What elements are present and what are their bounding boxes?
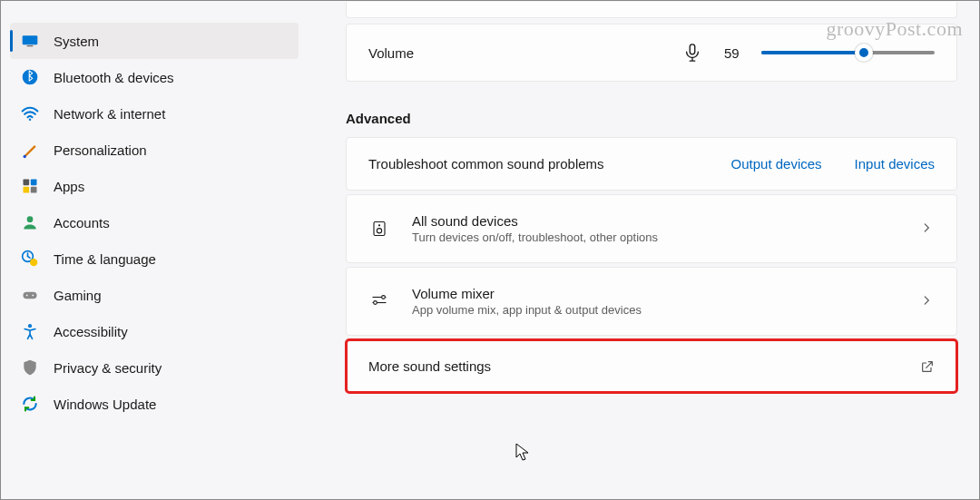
watermark: groovyPost.com <box>826 17 963 41</box>
troubleshoot-title: Troubleshoot common sound problems <box>368 156 731 172</box>
display-icon <box>21 32 39 50</box>
clock-globe-icon <box>21 250 39 268</box>
svg-rect-16 <box>690 44 695 54</box>
sidebar-item-label: Gaming <box>54 288 102 303</box>
sidebar-item-privacy[interactable]: Privacy & security <box>10 349 299 386</box>
sidebar-item-apps[interactable]: Apps <box>10 168 299 204</box>
slider-thumb[interactable] <box>855 44 873 62</box>
sidebar-item-label: Windows Update <box>54 397 156 412</box>
troubleshoot-row: Troubleshoot common sound problems Outpu… <box>346 137 957 191</box>
svg-point-18 <box>378 224 380 226</box>
sidebar-item-label: Network & internet <box>54 106 165 122</box>
sidebar-item-label: Privacy & security <box>54 360 162 376</box>
svg-point-11 <box>30 259 37 266</box>
volume-value: 59 <box>724 45 740 61</box>
sidebar-item-accessibility[interactable]: Accessibility <box>10 313 299 349</box>
sidebar-item-label: Time & language <box>54 251 156 267</box>
wifi-icon <box>21 104 39 123</box>
person-icon <box>21 213 39 231</box>
shield-icon <box>21 358 39 377</box>
main-content: Volume 59 Advanced Troubleshoot common s… <box>309 1 979 499</box>
volume-slider[interactable] <box>761 51 935 54</box>
chevron-right-icon <box>920 294 935 309</box>
svg-rect-6 <box>31 180 37 186</box>
svg-point-13 <box>26 295 28 297</box>
sidebar-item-bluetooth[interactable]: Bluetooth & devices <box>10 59 299 95</box>
svg-point-15 <box>28 324 32 328</box>
mixer-icon <box>368 290 390 312</box>
sidebar-item-system[interactable]: System <box>10 23 299 59</box>
more-sound-title: More sound settings <box>368 358 920 374</box>
input-devices-link[interactable]: Input devices <box>855 156 935 172</box>
svg-point-4 <box>24 155 26 158</box>
svg-rect-5 <box>24 180 30 186</box>
all-devices-subtitle: Turn devices on/off, troubleshoot, other… <box>412 230 920 244</box>
svg-point-9 <box>27 216 34 222</box>
sidebar-item-gaming[interactable]: Gaming <box>10 277 299 313</box>
truncated-prior-card <box>346 2 957 18</box>
more-sound-settings-row[interactable]: More sound settings <box>346 339 957 393</box>
slider-fill <box>761 51 864 54</box>
sidebar-item-accounts[interactable]: Accounts <box>10 204 299 240</box>
apps-icon <box>21 177 39 195</box>
sidebar-item-label: Bluetooth & devices <box>54 70 174 85</box>
sidebar-item-label: Accounts <box>54 215 110 230</box>
section-advanced-title: Advanced <box>346 111 957 126</box>
volume-mixer-row[interactable]: Volume mixer App volume mix, app input &… <box>346 267 957 336</box>
sidebar-item-label: Personalization <box>54 142 147 158</box>
update-icon <box>21 395 39 413</box>
svg-point-23 <box>374 301 377 305</box>
sidebar-item-label: System <box>54 34 99 49</box>
all-sound-devices-row[interactable]: All sound devices Turn devices on/off, t… <box>346 194 957 263</box>
sidebar: System Bluetooth & devices Network & int… <box>1 1 309 499</box>
bluetooth-icon <box>21 68 39 86</box>
output-devices-link[interactable]: Output devices <box>731 156 822 172</box>
svg-rect-7 <box>24 187 30 193</box>
sidebar-item-update[interactable]: Windows Update <box>10 386 299 422</box>
sidebar-item-personalization[interactable]: Personalization <box>10 132 299 168</box>
all-devices-title: All sound devices <box>412 213 920 229</box>
accessibility-icon <box>21 322 39 340</box>
sidebar-item-time-language[interactable]: Time & language <box>10 240 299 277</box>
chevron-right-icon <box>920 221 935 236</box>
svg-point-21 <box>382 296 386 299</box>
svg-point-2 <box>23 70 38 85</box>
sidebar-item-label: Apps <box>54 179 84 194</box>
speaker-icon <box>368 218 390 240</box>
svg-rect-1 <box>27 45 34 46</box>
controller-icon <box>21 286 39 304</box>
brush-icon <box>21 141 39 159</box>
microphone-icon[interactable] <box>682 43 702 63</box>
svg-rect-8 <box>31 187 37 193</box>
svg-rect-12 <box>24 292 37 299</box>
svg-point-14 <box>33 295 34 297</box>
svg-point-3 <box>29 118 32 121</box>
mixer-subtitle: App volume mix, app input & output devic… <box>412 303 920 317</box>
sidebar-item-network[interactable]: Network & internet <box>10 95 299 132</box>
external-link-icon <box>920 359 935 374</box>
svg-rect-0 <box>23 35 38 44</box>
svg-point-19 <box>377 229 381 233</box>
mixer-title: Volume mixer <box>412 286 920 301</box>
sidebar-item-label: Accessibility <box>54 324 128 339</box>
volume-label: Volume <box>368 45 668 61</box>
